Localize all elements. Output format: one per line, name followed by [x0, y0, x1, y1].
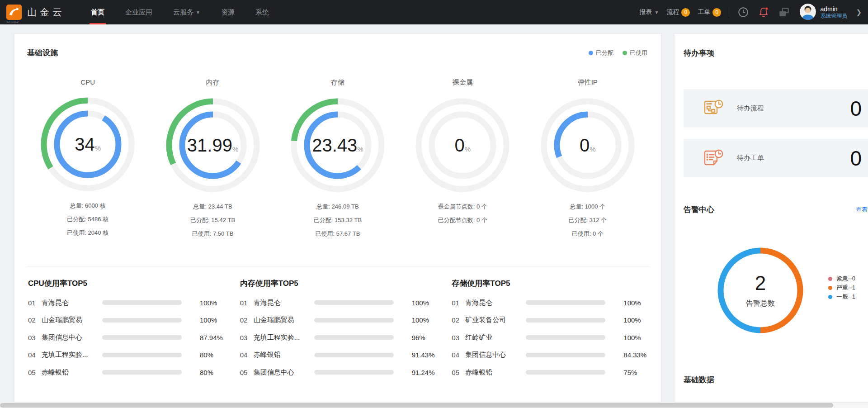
page-content: 基础设施 已分配 已使用 CPU 34 % 总量: 6000 核已分配: 548… [0, 24, 868, 408]
tenant-name: 充填工程实验... [42, 351, 98, 359]
usage-percent: 100% [623, 316, 641, 324]
usage-bar [102, 353, 182, 357]
navbar-right: 报表 ▼ 流程 0 工单 0 [640, 4, 862, 21]
gauge-stat-row: 已分配: 312 个 [569, 213, 607, 227]
usage-bar [314, 318, 394, 323]
usage-bar [526, 300, 605, 305]
top5-row: 03 充填工程实验... 96% [240, 329, 436, 346]
resource-gauge: 弹性IP 0 % 总量: 1000 个已分配: 312 个已使用: 0 个 [525, 78, 650, 241]
gauge-percent-unit: % [465, 145, 471, 153]
gauge-stat-row: 已使用: 57.67 TB [314, 227, 362, 241]
nav-report[interactable]: 报表 ▼ [640, 8, 659, 16]
usage-bar [526, 318, 605, 323]
gauge-percent-unit: % [357, 145, 363, 153]
chevron-right-icon[interactable]: ❯ [856, 8, 862, 16]
gauge-stats: 总量: 23.44 TB已分配: 15.42 TB已使用: 7.50 TB [190, 200, 235, 241]
usage-bar [102, 370, 182, 375]
gauge-stat-row: 裸金属节点数: 0 个 [438, 200, 487, 213]
tenant-name: 集团信息中心 [465, 351, 521, 359]
usage-percent: 100% [623, 334, 641, 342]
resource-gauge: 内存 31.99 % 总量: 23.44 TB已分配: 15.42 TB已使用:… [150, 78, 275, 241]
chevron-down-icon: ▼ [196, 10, 200, 15]
rank: 01 [240, 299, 254, 307]
horizontal-scrollbar-track[interactable] [0, 403, 868, 408]
infrastructure-title: 基础设施 [27, 47, 58, 58]
gauge-stats: 总量: 1000 个已分配: 312 个已使用: 0 个 [569, 200, 607, 241]
alarm-legend: 紧急--0 严重--1 一般--1 [828, 274, 855, 301]
nav-menu-item[interactable]: 企业应用 ▼ [115, 0, 163, 24]
windows-switch-icon[interactable] [778, 6, 790, 19]
gauge-title: CPU [80, 78, 95, 86]
nav-menu-item[interactable]: 云服务 ▼ [163, 0, 211, 24]
top5-row: 03 红岭矿业 100% [452, 329, 647, 346]
gauge-title: 存储 [331, 78, 344, 87]
gauge-stat-row: 总量: 23.44 TB [190, 200, 235, 213]
horizontal-scrollbar-thumb[interactable] [0, 403, 833, 408]
rank: 03 [240, 334, 254, 342]
resource-gauge: 裸金属 0 % 裸金属节点数: 0 个已分配节点数: 0 个 [400, 78, 525, 241]
todo-card[interactable]: 待办工单 0 [684, 139, 868, 177]
usage-percent: 80% [200, 369, 213, 376]
tenant-name: 青海昆仑 [42, 299, 98, 307]
top5-title: 存储使用率TOP5 [452, 278, 647, 289]
usage-bar [314, 300, 394, 305]
right-panel: 待办事项 待办流程 0 待办工单 0 告警中心 查看更 [675, 34, 868, 402]
todo-card[interactable]: 待办流程 0 [684, 89, 868, 128]
user-menu[interactable]: admin 系统管理员 [800, 4, 847, 21]
usage-percent: 91.24% [412, 369, 435, 376]
nav-ticket[interactable]: 工单 0 [698, 8, 721, 17]
gauge-stat-row: 总量: 6000 核 [67, 199, 108, 213]
tenant-name: 矿业装备公司 [465, 316, 521, 324]
top5-column: 存储使用率TOP5 01 青海昆仑 100% 02 矿业装备公司 100% 03… [452, 278, 647, 381]
tenant-name: 山金瑞鹏贸易 [42, 316, 98, 324]
main-menu: 首页 ▼ 企业应用 ▼ 云服务 ▼ 资源 ▼ 系统 ▼ [80, 0, 279, 24]
gauge-donut-chart: 0 % [540, 98, 635, 193]
user-name: admin [820, 5, 847, 13]
top5-row: 01 青海昆仑 100% [240, 294, 436, 312]
gauge-stat-row: 已分配节点数: 0 个 [438, 213, 487, 227]
tenant-name: 青海昆仑 [254, 299, 310, 307]
rank: 01 [452, 299, 465, 307]
nav-menu-item[interactable]: 资源 ▼ [211, 0, 245, 24]
top5-section: CPU使用率TOP5 01 青海昆仑 100% 02 山金瑞鹏贸易 100% 0… [14, 266, 661, 381]
tenant-name: 充填工程实验... [254, 333, 310, 342]
legend-dot [828, 295, 832, 299]
alarm-legend-item: 紧急--0 [828, 274, 855, 283]
nav-process[interactable]: 流程 0 [666, 8, 690, 17]
top5-row: 04 集团信息中心 84.33% [452, 346, 647, 364]
user-role[interactable]: 系统管理员 [820, 13, 847, 19]
rank: 01 [28, 299, 42, 307]
rank: 03 [452, 334, 465, 342]
gauge-stats: 总量: 246.09 TB已分配: 153.32 TB已使用: 57.67 TB [314, 200, 362, 241]
gauge-title: 弹性IP [578, 78, 598, 87]
view-more-link[interactable]: 查看更 [856, 206, 868, 214]
usage-percent: 100% [623, 299, 641, 307]
gauge-donut-chart: 34 % [40, 97, 135, 192]
gauge-donut-chart: 23.43 % [290, 98, 385, 193]
rank: 02 [240, 316, 254, 324]
basic-data-title: 基础数据 [684, 375, 714, 385]
top5-row: 04 充填工程实验... 80% [28, 346, 224, 364]
usage-percent: 84.33% [623, 351, 646, 359]
top5-row: 02 矿业装备公司 100% [452, 312, 647, 329]
todo-count: 0 [850, 96, 862, 121]
gauge-percent: 0 [455, 135, 465, 156]
gauge-stat-row: 已分配: 5486 核 [67, 213, 108, 226]
chevron-down-icon: ▼ [655, 10, 659, 15]
top5-row: 01 青海昆仑 100% [452, 294, 647, 312]
tenant-name: 赤峰银铅 [465, 368, 521, 377]
history-clock-icon[interactable] [737, 6, 750, 19]
notification-bell-icon[interactable] [757, 6, 770, 19]
nav-menu-item[interactable]: 首页 ▼ [80, 0, 115, 24]
top5-column: CPU使用率TOP5 01 青海昆仑 100% 02 山金瑞鹏贸易 100% 0… [28, 278, 224, 381]
top5-row: 02 山金瑞鹏贸易 100% [28, 312, 224, 329]
alarm-total-label: 告警总数 [746, 299, 775, 308]
gauge-title: 内存 [206, 78, 220, 87]
logo-icon: SD-GOLD [6, 5, 22, 20]
app-logo[interactable]: SD-GOLD 山金云 [6, 5, 65, 20]
usage-percent: 100% [412, 299, 429, 307]
todo-count: 0 [850, 146, 862, 171]
nav-menu-item[interactable]: 系统 ▼ [245, 0, 279, 24]
tenant-name: 集团信息中心 [42, 333, 98, 342]
flow-clock-icon [702, 98, 724, 119]
